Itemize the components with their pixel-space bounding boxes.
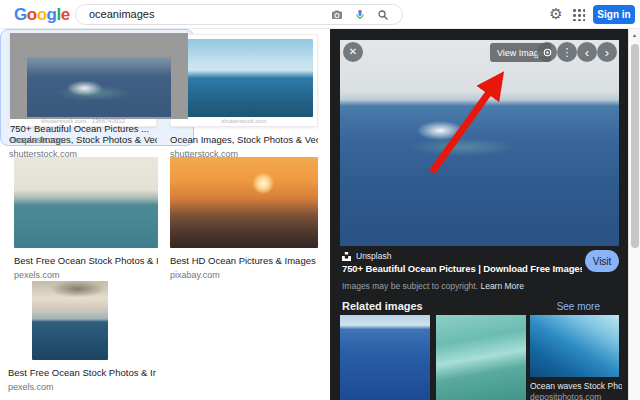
previous-image-button[interactable]: ‹ xyxy=(577,42,597,62)
more-options-button[interactable]: ⋮ xyxy=(557,42,577,62)
image-results-grid: shutterstock.com · 1366743512 Ocean Imag… xyxy=(0,29,330,400)
settings-gear-icon[interactable]: ⚙ xyxy=(546,4,566,24)
panel-scrollbar[interactable]: ▲ xyxy=(628,29,640,400)
related-thumbnail-3-title[interactable]: Ocean waves Stock Photos, Ro... xyxy=(530,381,622,391)
related-thumbnail-3[interactable] xyxy=(530,315,619,377)
lens-icon xyxy=(542,47,553,58)
mic-icon[interactable] xyxy=(354,9,366,21)
source-row: Unsplash xyxy=(342,251,391,261)
result-card-6-selected[interactable]: 750+ Beautiful Ocean Pictures ... unspla… xyxy=(0,29,194,146)
stock-photo-frame: shutterstock.com xyxy=(170,34,318,127)
watermark-text: shutterstock.com xyxy=(175,117,313,126)
google-logo[interactable]: Google xyxy=(14,5,70,25)
related-thumbnail-3-domain: depositphotos.com xyxy=(530,392,622,400)
source-site-name: Unsplash xyxy=(356,251,391,261)
visit-button[interactable]: Visit xyxy=(585,250,619,272)
result-title[interactable]: Best Free Ocean Stock Photos & Images ..… xyxy=(8,367,156,378)
result-title[interactable]: Best Free Ocean Stock Photos & Images ..… xyxy=(14,255,158,266)
lens-button[interactable] xyxy=(537,42,557,62)
result-card-5[interactable]: Best Free Ocean Stock Photos & Images ..… xyxy=(8,281,156,392)
result-domain: pexels.com xyxy=(8,382,156,392)
search-query-text[interactable]: oceanimages xyxy=(76,5,331,24)
result-title[interactable]: Ocean Images, Stock Photos & Vectors ... xyxy=(170,134,318,145)
google-images-page: Google oceanimages ⚙ Sign in xyxy=(0,0,640,400)
result-card-3[interactable]: Best Free Ocean Stock Photos & Images ..… xyxy=(14,157,158,280)
result-domain: unsplash.com xyxy=(10,135,190,145)
see-more-link[interactable]: See more xyxy=(557,301,600,312)
scrollbar-thumb[interactable] xyxy=(631,44,639,248)
next-image-button[interactable]: › xyxy=(597,42,617,62)
image-preview-panel: ✕ View Image ⋮ ‹ › xyxy=(330,29,628,400)
chevron-left-icon: ‹ xyxy=(585,46,589,59)
related-thumbnail-2[interactable] xyxy=(436,315,526,400)
more-vert-icon: ⋮ xyxy=(562,47,573,58)
result-domain: pixabay.com xyxy=(170,270,318,280)
search-input[interactable]: oceanimages xyxy=(75,4,403,25)
result-thumbnail-2[interactable] xyxy=(175,39,313,117)
copyright-notice: Images may be subject to copyright. Lear… xyxy=(342,281,612,291)
result-domain: pexels.com xyxy=(14,270,158,280)
result-title[interactable]: 750+ Beautiful Ocean Pictures ... xyxy=(10,123,190,134)
learn-more-link[interactable]: Learn More xyxy=(480,281,523,291)
google-apps-grid-icon[interactable] xyxy=(572,8,585,21)
scrollbar-up-arrow-icon[interactable]: ▲ xyxy=(629,29,640,41)
close-button[interactable]: ✕ xyxy=(343,42,363,62)
result-thumbnail-3[interactable] xyxy=(14,157,158,248)
result-thumbnail-4[interactable] xyxy=(170,157,318,248)
chevron-right-icon: › xyxy=(605,46,609,59)
unsplash-logo-icon xyxy=(342,252,351,261)
top-bar: Google oceanimages ⚙ Sign in xyxy=(0,0,640,29)
preview-title-link[interactable]: 750+ Beautiful Ocean Pictures | Download… xyxy=(342,263,582,274)
result-thumbnail-5[interactable] xyxy=(32,281,108,360)
related-thumbnail-1[interactable] xyxy=(340,315,430,400)
camera-icon[interactable] xyxy=(331,9,343,21)
sign-in-button[interactable]: Sign in xyxy=(593,5,635,24)
result-title[interactable]: Best HD Ocean Pictures & Images for Free xyxy=(170,255,318,266)
letterbox-background xyxy=(10,33,188,119)
result-card-4[interactable]: Best HD Ocean Pictures & Images for Free… xyxy=(170,157,318,280)
search-icons xyxy=(331,9,389,21)
close-icon: ✕ xyxy=(349,47,357,57)
search-icon[interactable] xyxy=(377,9,389,21)
related-images-header: Related images xyxy=(342,300,423,312)
result-card-2[interactable]: shutterstock.com Ocean Images, Stock Pho… xyxy=(170,34,318,159)
result-thumbnail-6[interactable] xyxy=(27,57,171,117)
preview-image[interactable] xyxy=(340,40,619,246)
